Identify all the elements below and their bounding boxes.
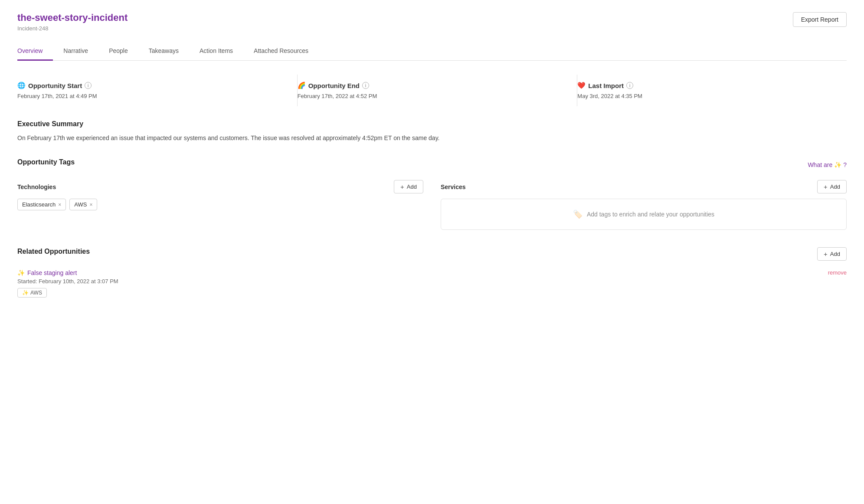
what-are-link[interactable]: What are ✨ ? xyxy=(808,161,847,168)
metric-end-label: 🌈 Opportunity End i xyxy=(298,82,567,89)
tab-people[interactable]: People xyxy=(98,42,138,61)
related-opportunities-title: Related Opportunities xyxy=(17,248,90,255)
tag-chip-elasticsearch: Elasticsearch × xyxy=(17,199,66,210)
metric-start-info-icon[interactable]: i xyxy=(85,82,92,89)
metric-import-info-icon[interactable]: i xyxy=(626,82,633,89)
remove-aws-button[interactable]: × xyxy=(89,202,92,207)
tab-action-items[interactable]: Action Items xyxy=(189,42,243,61)
metric-end-info-icon[interactable]: i xyxy=(362,82,369,89)
related-item-row: ✨ False staging alert Started: February … xyxy=(17,269,847,298)
related-item-left: ✨ False staging alert Started: February … xyxy=(17,269,118,298)
page-header: the-sweet-story-incident Incident-248 Ex… xyxy=(17,12,847,32)
services-label: Services xyxy=(441,183,466,190)
metric-import-value: May 3rd, 2022 at 4:35 PM xyxy=(577,93,847,99)
tab-narrative[interactable]: Narrative xyxy=(53,42,98,61)
related-item-title-link[interactable]: ✨ False staging alert xyxy=(17,269,118,276)
tag-chip-aws: AWS × xyxy=(69,199,97,210)
related-opportunities-header: Related Opportunities + Add xyxy=(17,247,847,261)
related-item-sparkle: ✨ xyxy=(17,269,25,276)
technologies-column-header: Technologies + Add xyxy=(17,180,423,193)
metric-opportunity-start: 🌐 Opportunity Start i February 17th, 202… xyxy=(17,75,298,106)
add-technology-button[interactable]: + Add xyxy=(394,180,423,193)
page-wrapper: the-sweet-story-incident Incident-248 Ex… xyxy=(0,0,864,504)
tags-header: Opportunity Tags What are ✨ ? xyxy=(17,158,847,171)
metric-opportunity-end: 🌈 Opportunity End i February 17th, 2022 … xyxy=(298,75,578,106)
metric-start-label: 🌐 Opportunity Start i xyxy=(17,82,287,89)
services-empty-box: 🏷️ Add tags to enrich and relate your op… xyxy=(441,199,847,230)
add-technology-label: Add xyxy=(407,183,417,190)
tab-attached-resources[interactable]: Attached Resources xyxy=(243,42,319,61)
tab-overview[interactable]: Overview xyxy=(17,42,53,61)
metric-last-import: ❤️ Last Import i May 3rd, 2022 at 4:35 P… xyxy=(577,75,847,106)
metric-import-emoji: ❤️ xyxy=(577,82,586,89)
add-related-label: Add xyxy=(830,251,840,257)
add-service-button[interactable]: + Add xyxy=(817,180,847,193)
metric-end-value: February 17th, 2022 at 4:52 PM xyxy=(298,93,567,99)
technology-tag-list: Elasticsearch × AWS × xyxy=(17,199,423,210)
incident-id: Incident-248 xyxy=(17,25,128,32)
header-left: the-sweet-story-incident Incident-248 xyxy=(17,12,128,32)
sparkle-icon: ✨ xyxy=(834,161,841,168)
executive-summary-section: Executive Summary On February 17th we ex… xyxy=(17,120,847,143)
metric-end-emoji: 🌈 xyxy=(298,82,306,89)
metrics-row: 🌐 Opportunity Start i February 17th, 202… xyxy=(17,75,847,106)
services-column: Services + Add 🏷️ Add tags to enrich and… xyxy=(441,180,847,230)
technologies-label: Technologies xyxy=(17,183,56,190)
add-service-label: Add xyxy=(830,183,840,190)
opportunity-tags-section: Opportunity Tags What are ✨ ? Technologi… xyxy=(17,158,847,230)
plus-icon-services: + xyxy=(824,183,828,190)
services-empty-text: Add tags to enrich and relate your oppor… xyxy=(587,211,714,218)
aws-tag-sparkle: ✨ xyxy=(22,290,29,296)
related-item: ✨ False staging alert Started: February … xyxy=(17,269,847,298)
tag-chip-aws-label: AWS xyxy=(74,201,87,208)
navigation-tabs: Overview Narrative People Takeaways Acti… xyxy=(17,42,847,61)
plus-icon-related: + xyxy=(824,250,828,258)
related-item-aws-tag: ✨ AWS xyxy=(17,288,47,298)
what-are-suffix: ? xyxy=(843,161,847,168)
metric-start-emoji: 🌐 xyxy=(17,82,26,89)
related-item-date: Started: February 10th, 2022 at 3:07 PM xyxy=(17,278,118,285)
aws-tag-label: AWS xyxy=(30,290,42,296)
tag-empty-icon: 🏷️ xyxy=(573,209,583,219)
services-column-header: Services + Add xyxy=(441,180,847,193)
executive-summary-title: Executive Summary xyxy=(17,120,847,128)
opportunity-tags-title: Opportunity Tags xyxy=(17,158,75,166)
tags-columns: Technologies + Add Elasticsearch × AWS × xyxy=(17,180,847,230)
remove-elasticsearch-button[interactable]: × xyxy=(58,202,61,207)
incident-title: the-sweet-story-incident xyxy=(17,12,128,23)
related-opportunities-section: Related Opportunities + Add ✨ False stag… xyxy=(17,247,847,298)
export-report-button[interactable]: Export Report xyxy=(793,12,847,27)
technologies-column: Technologies + Add Elasticsearch × AWS × xyxy=(17,180,423,230)
related-item-title-text: False staging alert xyxy=(27,269,77,276)
metric-start-value: February 17th, 2021 at 4:49 PM xyxy=(17,93,287,99)
tag-chip-elasticsearch-label: Elasticsearch xyxy=(22,201,56,208)
tab-takeaways[interactable]: Takeaways xyxy=(138,42,189,61)
what-are-label: What are xyxy=(808,161,832,168)
plus-icon: + xyxy=(400,183,404,190)
executive-summary-text: On February 17th we experienced an issue… xyxy=(17,133,847,143)
add-related-opportunity-button[interactable]: + Add xyxy=(817,247,847,261)
remove-related-opportunity-link[interactable]: remove xyxy=(828,269,847,276)
metric-import-label: ❤️ Last Import i xyxy=(577,82,847,89)
